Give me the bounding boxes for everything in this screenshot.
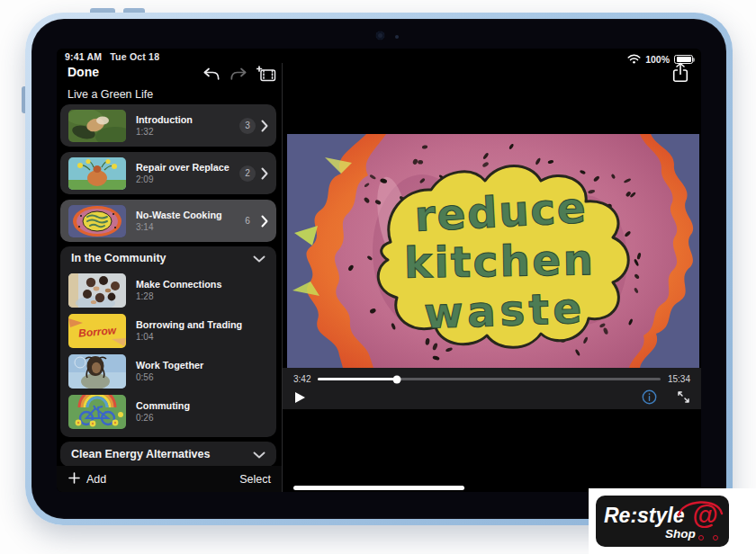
select-button[interactable]: Select [239, 473, 271, 486]
add-clip-icon[interactable] [256, 66, 276, 85]
restyle-shop-logo: Re:style Shop @ [589, 488, 756, 554]
clip-title: Commuting [136, 400, 276, 411]
chevron-down-icon [253, 446, 266, 462]
clip-row-repair-over-replace[interactable]: Repair over Replace 2:09 2 [60, 152, 276, 194]
clip-row-work-together[interactable]: Work Together 0:56 [60, 351, 276, 391]
add-label: Add [86, 473, 106, 486]
cart-wheel [698, 535, 704, 541]
clip-title: Borrowing and Trading [136, 319, 276, 330]
section-clean-energy-alternatives: Clean Energy Alternatives [60, 442, 276, 467]
add-button[interactable]: Add [68, 472, 106, 487]
clip-duration: 3:14 [136, 222, 239, 232]
scrubber-played [318, 378, 397, 380]
play-icon[interactable] [295, 392, 305, 403]
thumbnail-borrowing-and-trading: Borrow [68, 314, 126, 348]
elapsed-time: 3:42 [293, 374, 310, 384]
thumbnail-commuting [68, 395, 126, 429]
project-title: Live a Green Life [68, 88, 153, 101]
clip-title: Make Connections [136, 279, 276, 290]
clip-row-introduction[interactable]: Introduction 1:32 3 [60, 104, 276, 147]
chevron-right-icon [261, 215, 268, 228]
clip-count-badge: 2 [239, 165, 256, 182]
thumbnail-make-connections [68, 273, 126, 308]
clip-row-make-connections[interactable]: Make Connections 1:28 [60, 270, 276, 310]
clip-count-badge: 3 [239, 118, 256, 134]
clip-row-borrowing-and-trading[interactable]: Borrow Borrowing and Trading 1:04 [60, 310, 276, 351]
cart-wheel [713, 535, 718, 541]
scrubber-handle[interactable] [392, 375, 400, 383]
section-header-clean-energy[interactable]: Clean Energy Alternatives [60, 442, 276, 467]
camera-sensor [395, 35, 399, 39]
section-header-in-the-community[interactable]: In the Community [60, 246, 276, 270]
plus-icon [68, 472, 80, 487]
art-text-line1: reduce [413, 183, 587, 241]
clip-duration: 0:56 [136, 372, 276, 382]
home-indicator[interactable] [293, 486, 464, 490]
total-time: 15:34 [668, 374, 690, 384]
thumbnail-introduction [68, 110, 126, 142]
info-icon[interactable] [642, 389, 657, 405]
battery-percent: 100% [645, 54, 670, 65]
clip-title: Repair over Replace [136, 162, 239, 173]
redo-icon[interactable] [230, 67, 248, 85]
clip-count: 6 [239, 213, 256, 229]
front-camera [376, 31, 384, 40]
share-icon[interactable] [671, 61, 689, 84]
done-button[interactable]: Done [68, 65, 99, 79]
thumbnail-work-together [68, 354, 126, 389]
clip-row-commuting[interactable]: Commuting 0:26 [60, 391, 276, 432]
clip-duration: 1:28 [136, 291, 276, 301]
cart-handle-swoosh [596, 496, 729, 547]
ipad-device: 9:41 AM Tue Oct 18 100% Done [25, 13, 733, 525]
clip-duration: 0:26 [136, 413, 276, 423]
chevron-right-icon [261, 167, 268, 180]
chevron-down-icon [253, 250, 266, 266]
clock: 9:41 AM [65, 51, 102, 62]
video-viewer[interactable]: reduce kitchen waste [287, 134, 699, 368]
wifi-icon [627, 51, 641, 67]
app-screen: 9:41 AM Tue Oct 18 100% Done [57, 49, 701, 492]
sidebar-bottom-bar: Add Select [57, 466, 283, 492]
section-in-the-community: In the Community [60, 246, 276, 437]
clip-row-no-waste-cooking[interactable]: No-Waste Cooking 3:14 6 [60, 200, 276, 242]
status-date: Tue Oct 18 [110, 51, 159, 62]
photo-canvas: { "status_bar": { "time": "9:41 AM", "da… [0, 0, 756, 554]
clip-title: No-Waste Cooking [136, 210, 239, 220]
clip-duration: 1:04 [136, 332, 276, 342]
fullscreen-icon[interactable] [677, 390, 690, 404]
thumbnail-no-waste-cooking [68, 205, 126, 237]
art-text-line3: waste [423, 283, 582, 338]
chevron-right-icon [261, 120, 268, 132]
sidebar-divider [282, 63, 283, 492]
clip-title: Introduction [136, 114, 239, 125]
section-title: Clean Energy Alternatives [71, 448, 210, 460]
section-title: In the Community [71, 252, 166, 264]
logo-box: Re:style Shop @ [596, 496, 729, 547]
undo-icon[interactable] [202, 67, 220, 85]
clip-duration: 2:09 [136, 174, 239, 184]
status-bar-left: 9:41 AM Tue Oct 18 [65, 51, 159, 62]
clip-duration: 1:32 [136, 127, 239, 137]
thumbnail-repair-over-replace [68, 157, 126, 190]
clip-title: Work Together [136, 360, 276, 371]
ipad-bezel: 9:41 AM Tue Oct 18 100% Done [32, 19, 726, 519]
player-controls: 3:42 15:34 [283, 368, 701, 409]
scrubber-track[interactable] [318, 378, 661, 380]
